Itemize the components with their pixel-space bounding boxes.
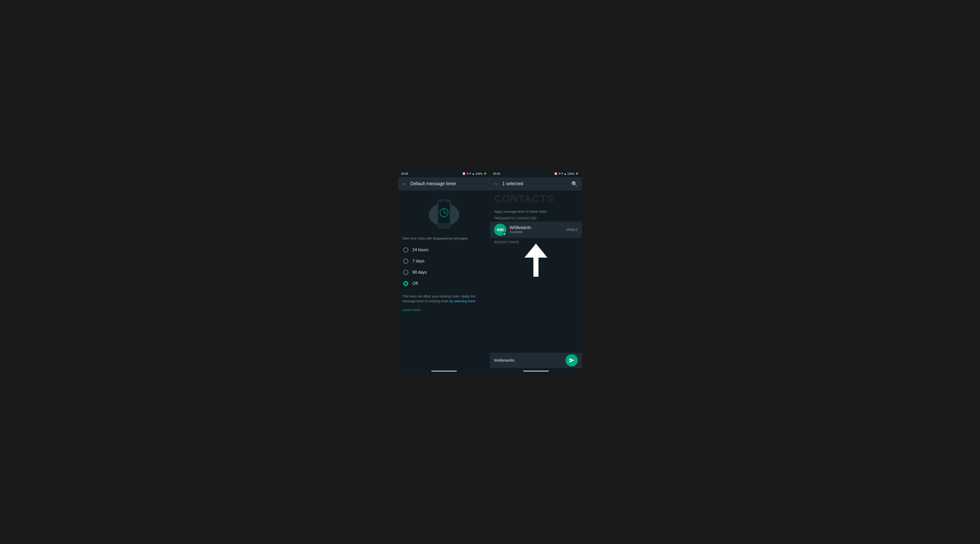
bolt-icon: ⚡ [484,172,487,175]
status-icons-left: ⏰ ⊖ ▾ ▲ 100% ⚡ [462,172,487,175]
alarm-icon-r: ⏰ [554,172,558,175]
option-label-90d: 90 days [412,270,427,275]
option-7d[interactable]: 7 days [402,256,486,266]
contact-status: Available [509,230,563,234]
recent-chats-label: Recent chats [490,238,582,246]
wifi-icon: ▾ [469,172,471,175]
page-title-left: Default message timer [410,181,486,186]
minus-icon-r: ⊖ [558,172,561,175]
blurred-background-text: CONTACTS [490,190,582,207]
phone-svg [435,200,453,230]
contact-info: WABetaInfo Available [509,225,563,234]
status-bar-right: 00:06 ⏰ ⊖ ▾ ▲ 100% ⚡ [490,170,582,177]
contact-device: MOBILE [566,228,578,232]
nav-dot-left [431,371,457,371]
time-left: 00:06 [401,172,408,175]
back-button-left[interactable]: ← [402,181,407,187]
nav-dot-right [523,371,549,371]
right-content: CONTACTS Apply message timer to these ch… [490,190,582,353]
minus-icon: ⊖ [466,172,469,175]
option-label-7d: 7 days [412,259,425,263]
battery-left: 100% [476,172,483,175]
bottom-contact-name: WABetaInfo [494,358,514,362]
radio-group: 24 hours 7 days 90 days Off [402,245,486,289]
option-label-24h: 24 hours [412,247,428,252]
check-badge [502,232,506,236]
radio-circle-7d [403,259,408,264]
send-icon [569,358,574,363]
option-90d[interactable]: 90 days [402,267,486,278]
alarm-icon: ⏰ [462,172,466,175]
check-icon [503,233,505,235]
svg-point-7 [447,211,448,212]
contact-avatar: WBI [494,224,506,236]
time-right: 00:06 [493,172,500,175]
phone-illustration [402,198,486,231]
contact-name: WABetaInfo [509,225,563,230]
selected-count: 1 selected [502,181,568,186]
contact-item-wabetainfo[interactable]: WBI WABetaInfo Available MOBILE [490,222,582,238]
learn-more-link[interactable]: Learn more [402,308,486,312]
wifi-icon-r: ▾ [562,172,563,175]
nav-dots-left [398,368,490,374]
bottom-bar: WABetaInfo [490,353,582,368]
left-panel: 00:06 ⏰ ⊖ ▾ ▲ 100% ⚡ ← Default message t… [398,170,490,374]
option-24h[interactable]: 24 hours [402,245,486,255]
frequently-contacted-label: Frequently contacted [490,215,582,222]
option-off[interactable]: Off [402,279,486,289]
svg-point-6 [444,208,445,209]
battery-right: 100% [567,172,574,175]
option-label-off: Off [412,281,418,286]
subtitle: Start new chats with disappearing messag… [402,236,486,240]
bolt-icon-r: ⚡ [575,172,579,175]
back-button-right[interactable]: ← [494,181,499,187]
radio-circle-24h [403,247,408,252]
right-panel: 00:06 ⏰ ⊖ ▾ ▲ 100% ⚡ ← 1 selected 🔍 CONT… [490,170,582,374]
radio-circle-90d [403,270,408,275]
footer-text: This does not affect your existing chats… [402,294,486,304]
send-button[interactable] [566,354,578,366]
app-bar-left: ← Default message timer [398,177,490,190]
apply-header: Apply message timer to these chats [490,207,582,215]
selecting-them-link[interactable]: by selecting them [450,299,476,303]
status-bar-left: 00:06 ⏰ ⊖ ▾ ▲ 100% ⚡ [398,170,490,177]
search-icon[interactable]: 🔍 [571,181,578,187]
nav-dots-right [490,368,582,374]
left-content: Start new chats with disappearing messag… [398,190,490,368]
avatar-text: WBI [496,228,504,232]
svg-rect-2 [442,201,447,202]
radio-circle-off [403,281,408,286]
app-bar-right: ← 1 selected 🔍 [490,177,582,190]
signal-icon: ▲ [472,172,475,175]
status-icons-right: ⏰ ⊖ ▾ ▲ 100% ⚡ [554,172,579,175]
signal-icon-r: ▲ [564,172,566,175]
